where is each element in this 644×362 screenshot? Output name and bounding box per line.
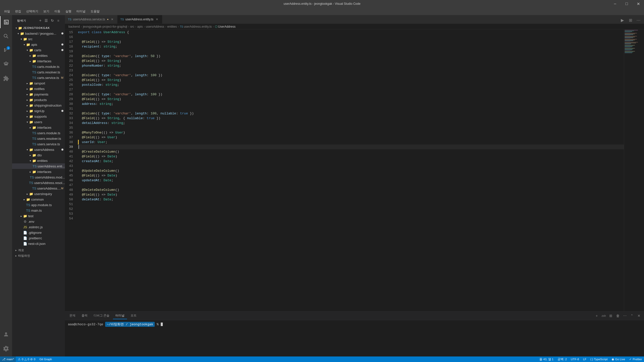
sidebar-item-ua-interfaces[interactable]: ▸ 📁 interfaces: [12, 169, 65, 174]
activity-extensions[interactable]: [0, 72, 12, 84]
close-button[interactable]: ✕: [632, 0, 644, 8]
sidebar-item-carts-entities[interactable]: ▸ 📁 entities: [12, 53, 65, 58]
activity-debug[interactable]: [0, 58, 12, 70]
sidebar-item-carts[interactable]: ▾ 📁 carts: [12, 47, 65, 53]
menu-terminal[interactable]: 터미널: [74, 8, 88, 15]
panel-tab-debug[interactable]: 디버그 콘솔: [91, 312, 112, 319]
sidebar-item-nest-cli[interactable]: ▸ 📄 nest-cli.json: [12, 241, 65, 246]
timeline-section[interactable]: ▸ 타임라인: [12, 253, 65, 258]
panel-tab-problems[interactable]: 문제: [67, 312, 78, 319]
status-prettier[interactable]: ✓ Prettier: [627, 356, 644, 362]
collapse-icon[interactable]: ≡: [56, 18, 61, 23]
terminal-area[interactable]: aaa@choco-gs32-7qe ~/바탕화면 / jeongtookgak…: [65, 320, 644, 356]
status-language[interactable]: { } TypeScript: [588, 356, 610, 362]
status-position[interactable]: 줄 43, 열 1: [537, 356, 555, 362]
sidebar-item-gitignore[interactable]: ▸ 📄 .gitignore: [12, 230, 65, 235]
code-editor[interactable]: 15 16 17 18 19 20 21 22 23 24 25 26 27 2…: [65, 29, 644, 311]
sidebar-item-backend[interactable]: ▾ 📁 backend / jeongyoo...: [12, 31, 65, 36]
terminal-type-button[interactable]: zsh: [601, 313, 607, 319]
new-file-icon[interactable]: ＋: [38, 18, 43, 23]
status-eol[interactable]: LF: [581, 356, 588, 362]
new-folder-icon[interactable]: ☰: [44, 18, 49, 23]
minimize-button[interactable]: –: [609, 0, 621, 8]
sidebar-item-payments[interactable]: ▸ 📁 payments: [12, 92, 65, 97]
code-content[interactable]: export class UserAddress { @Field(() => …: [77, 29, 624, 311]
bc-usersaddress[interactable]: usersAddress: [146, 25, 164, 28]
sidebar-item-carts-module[interactable]: ▸ TS carts.module.ts: [12, 64, 65, 69]
more-panel-button[interactable]: ⋯: [622, 313, 628, 319]
split-editor-button[interactable]: ⊞: [627, 17, 634, 24]
sidebar-item-env[interactable]: ▸ ⚙ .env: [12, 219, 65, 224]
menu-go[interactable]: 이동: [52, 8, 62, 15]
panel-tab-terminal[interactable]: 터미널: [113, 312, 127, 319]
split-terminal-button[interactable]: ⊞: [608, 313, 614, 319]
sidebar-item-iamport[interactable]: ▸ 📁 iamport: [12, 80, 65, 86]
sidebar-item-usersaddress[interactable]: ▾ 📁 usersAddress: [12, 147, 65, 152]
sidebar-item-users-interfaces[interactable]: ▸ 📁 interfaces: [12, 125, 65, 130]
bc-entities[interactable]: entities: [167, 25, 177, 28]
panel-maximize-button[interactable]: ⌃: [629, 313, 635, 319]
bc-backend[interactable]: backend: [68, 25, 80, 28]
status-git-graph[interactable]: Git Graph: [37, 356, 54, 362]
activity-explorer[interactable]: [0, 16, 12, 28]
sidebar-item-users-module[interactable]: ▸ TS users.module.ts: [12, 130, 65, 136]
menu-selection[interactable]: 선택하기: [24, 8, 40, 15]
sidebar-item-app-module[interactable]: ▸ TS app.module.ts: [12, 202, 65, 208]
sidebar-item-signup[interactable]: ▸ 📁 signUp: [12, 108, 65, 114]
activity-settings[interactable]: [0, 342, 12, 354]
sidebar-item-supports[interactable]: ▸ 📁 supports: [12, 114, 65, 119]
status-encoding[interactable]: UTF-8: [569, 356, 581, 362]
sidebar-item-carts-service[interactable]: ▸ TS carts.service.ts M: [12, 75, 65, 80]
panel-tab-ports[interactable]: 포트: [128, 312, 139, 319]
bc-project[interactable]: jeongyookgak-project-for-graphql: [83, 25, 127, 28]
bc-apis[interactable]: apis: [137, 25, 143, 28]
menu-run[interactable]: 실행: [63, 8, 73, 15]
kill-terminal-button[interactable]: 🗑: [615, 313, 621, 319]
sidebar-item-root[interactable]: ▾ 📁 JEONGTOOKGAK: [12, 25, 65, 31]
menu-view[interactable]: 보기: [41, 8, 51, 15]
bc-src[interactable]: src: [130, 25, 134, 28]
sidebar-item-src[interactable]: ▾ 📁 src: [12, 36, 65, 42]
sidebar-item-ua-module[interactable]: ▸ TS usersAddress.mod...: [12, 174, 65, 180]
sidebar-item-ua-service[interactable]: ▸ TS usersAddress.... M: [12, 186, 65, 191]
sidebar-item-carts-interfaces[interactable]: ▸ 📁 interfaces: [12, 58, 65, 64]
sidebar-item-users-service[interactable]: ▸ TS users.service.ts: [12, 141, 65, 147]
tab-close-button[interactable]: ✕: [110, 17, 114, 21]
sidebar-item-usersinquiry[interactable]: ▸ 📁 usersInquiry: [12, 191, 65, 197]
sidebar-item-eslint[interactable]: ▸ JS .eslintrc.js: [12, 224, 65, 230]
sidebar-item-dto[interactable]: ▸ 📁 dto: [12, 152, 65, 158]
refresh-icon[interactable]: ↻: [50, 18, 55, 23]
tab-useraddress-entity[interactable]: TS userAddress.entity.ts ✕: [117, 15, 162, 24]
run-button[interactable]: ▶: [619, 17, 626, 24]
status-golive[interactable]: ◉ Go Live: [610, 356, 627, 362]
tab-close-button[interactable]: ✕: [155, 17, 159, 21]
menu-edit[interactable]: 편집: [13, 8, 23, 15]
sidebar-item-common[interactable]: ▸ 📁 common: [12, 197, 65, 202]
sidebar-item-users-resolver[interactable]: ▸ TS users.resolver.ts: [12, 136, 65, 141]
bc-class[interactable]: ⬡UserAddress: [215, 25, 235, 28]
sidebar-item-test[interactable]: ▸ 📁 test: [12, 213, 65, 219]
tab-usersaddress-service[interactable]: TS usersAddress.service.ts ● ✕: [65, 15, 117, 24]
sidebar-item-useraddress-entity[interactable]: ▸ TS userAddress.enti...: [12, 163, 65, 169]
menu-help[interactable]: 도움말: [89, 8, 102, 15]
status-git-branch[interactable]: ⎇ main*: [0, 356, 16, 362]
sidebar-item-carts-resolver[interactable]: ▸ TS carts.resolver.ts: [12, 69, 65, 75]
sidebar-item-shipping[interactable]: ▸ 📁 shippingInstruction: [12, 103, 65, 108]
activity-account[interactable]: [0, 328, 12, 340]
sidebar-item-users[interactable]: ▾ 📁 users: [12, 119, 65, 125]
sidebar-item-prettier[interactable]: ▸ 📄 .prettierrc: [12, 235, 65, 241]
new-terminal-button[interactable]: +: [594, 313, 600, 319]
sidebar-item-apis[interactable]: ▾ 📁 apis: [12, 42, 65, 47]
sidebar-item-ua-entities[interactable]: ▾ 📁 entities: [12, 158, 65, 163]
sidebar-item-notifies[interactable]: ▸ 📁 notifies: [12, 86, 65, 92]
menu-file[interactable]: 파일: [2, 8, 12, 15]
activity-search[interactable]: [0, 30, 12, 42]
outline-section[interactable]: ▸ 개요: [12, 247, 65, 253]
status-errors[interactable]: ⚠ 0 △ 0 ⊘ 0: [16, 356, 37, 362]
activity-scm[interactable]: 1: [0, 44, 12, 56]
bc-file[interactable]: TSuserAddress.entity.ts: [180, 25, 212, 28]
maximize-button[interactable]: □: [621, 0, 632, 8]
more-actions-button[interactable]: ⋯: [635, 17, 642, 24]
status-spaces[interactable]: 공백: 2: [555, 356, 569, 362]
panel-close-button[interactable]: ✕: [636, 313, 642, 319]
